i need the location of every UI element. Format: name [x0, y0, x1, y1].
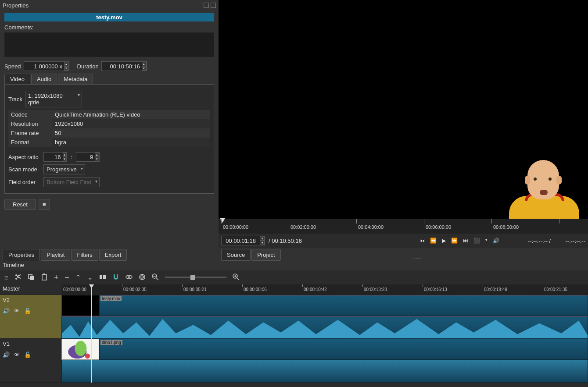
lift-icon[interactable]: ⌃: [75, 273, 81, 281]
mute-icon[interactable]: 🔊: [3, 351, 10, 358]
overwrite-icon[interactable]: ⌄: [87, 273, 93, 281]
clip-thumbnail[interactable]: [61, 339, 99, 360]
tab-filters[interactable]: Filters: [71, 249, 98, 261]
comments-label: Comments:: [4, 24, 214, 31]
snap-icon[interactable]: [112, 273, 119, 282]
svg-point-21: [85, 354, 90, 359]
copy-icon[interactable]: [28, 273, 35, 282]
scan-label: Scan mode: [8, 166, 41, 173]
tab-video[interactable]: Video: [4, 74, 30, 84]
hide-icon[interactable]: 👁: [14, 351, 20, 358]
split-icon[interactable]: [99, 273, 106, 282]
properties-panel: Properties testy.mov Comments: Speed ▴▾ …: [0, 0, 219, 261]
clip-blank[interactable]: [61, 295, 99, 316]
zoom-slider[interactable]: [165, 277, 226, 278]
close-icon[interactable]: [211, 3, 216, 8]
preview-ruler[interactable]: 00:00:00:00 00:02:00:00 00:04:00:00 00:0…: [219, 219, 588, 234]
svg-rect-3: [43, 273, 45, 275]
comments-box[interactable]: [4, 32, 214, 57]
prop-val: 50: [52, 128, 210, 138]
tab-properties[interactable]: Properties: [3, 249, 40, 261]
timeline-title: Timeline: [0, 261, 588, 270]
tab-playlist[interactable]: Playlist: [41, 249, 70, 261]
down-icon[interactable]: ▾: [142, 66, 147, 71]
lock-icon[interactable]: 🔓: [24, 308, 31, 314]
track-label: Track: [8, 96, 22, 103]
float-icon[interactable]: [204, 3, 209, 8]
zoom-fit-icon[interactable]: ⬛: [473, 238, 480, 244]
svg-rect-5: [103, 275, 106, 279]
in-point: --:--:--:--: [528, 238, 548, 244]
svg-rect-2: [42, 274, 47, 280]
prop-val: QuickTime Animation (RLE) video: [52, 110, 210, 119]
prop-key: Resolution: [8, 119, 52, 128]
video-properties-table: CodecQuickTime Animation (RLE) video Res…: [8, 110, 210, 147]
prop-val: bgra: [52, 138, 210, 147]
reset-button[interactable]: Reset: [4, 199, 36, 210]
field-combo: Bottom Field First: [43, 177, 100, 187]
down-icon[interactable]: ▾: [64, 66, 69, 71]
total-time: / 00:10:50:16: [269, 238, 302, 244]
track-v1-header[interactable]: V1 🔊 👁 🔓: [0, 339, 61, 383]
remove-icon[interactable]: −: [65, 273, 69, 282]
aspect-h-input[interactable]: ▴▾: [76, 152, 100, 162]
hamburger-button[interactable]: ≡: [39, 199, 50, 210]
preview-panel: 00:00:00:00 00:02:00:00 00:04:00:00 00:0…: [219, 0, 588, 261]
clip-waveform-v2[interactable]: [61, 316, 588, 339]
menu-icon[interactable]: ≡: [4, 274, 8, 281]
play-icon[interactable]: ▶: [442, 238, 446, 244]
drag-handle[interactable]: ⋯⋯: [412, 256, 421, 261]
track-area[interactable]: 00:00:00:00 00:00:02:35 00:00:05:21 00:0…: [61, 284, 588, 387]
cut-icon[interactable]: [14, 273, 22, 282]
append-icon[interactable]: +: [54, 273, 59, 282]
preview-content: [506, 157, 581, 219]
clip-testy[interactable]: testy.mov: [99, 295, 588, 316]
timeline-playhead[interactable]: [91, 284, 92, 383]
speed-label: Speed: [4, 63, 21, 70]
svg-point-7: [128, 276, 130, 278]
svg-rect-1: [30, 276, 34, 280]
zoom-in-icon[interactable]: [233, 273, 240, 282]
out-point: --:--:--:--: [566, 238, 585, 244]
up-icon[interactable]: ▴: [64, 62, 69, 66]
hide-icon[interactable]: 👁: [14, 308, 20, 314]
timeline-panel: Timeline ≡ + − ⌃ ⌄ Master V2 🔊 👁 🔓 V1 🔊 …: [0, 261, 588, 387]
skip-start-icon[interactable]: ⏮: [419, 238, 425, 244]
track-v2-header[interactable]: V2 🔊 👁 🔓: [0, 295, 61, 339]
rewind-icon[interactable]: ⏪: [430, 238, 437, 244]
svg-point-10: [142, 277, 143, 277]
field-label: Field order: [8, 179, 41, 185]
scan-combo[interactable]: Progressive: [43, 164, 85, 174]
track-master[interactable]: Master: [0, 284, 61, 295]
tab-export[interactable]: Export: [99, 249, 127, 261]
forward-icon[interactable]: ⏩: [451, 238, 458, 244]
tab-source[interactable]: Source: [221, 249, 251, 261]
ripple-icon[interactable]: [139, 273, 146, 282]
clip-waveform-v1[interactable]: [61, 360, 588, 383]
mute-icon[interactable]: 🔊: [3, 308, 10, 314]
up-icon[interactable]: ▴: [142, 62, 147, 66]
duration-input[interactable]: ▴▾: [101, 61, 147, 71]
prop-val: 1920x1080: [52, 119, 210, 128]
file-name-bar: testy.mov: [4, 13, 214, 21]
playhead[interactable]: [220, 218, 225, 223]
chevron-down-icon[interactable]: ▾: [485, 238, 488, 244]
timeline-ruler[interactable]: 00:00:00:00 00:00:02:35 00:00:05:21 00:0…: [61, 284, 588, 295]
clip-dino[interactable]: dino1.png: [99, 339, 588, 360]
zoom-out-icon[interactable]: [152, 273, 159, 282]
volume-icon[interactable]: 🔊: [493, 238, 499, 244]
scrub-icon[interactable]: [125, 273, 133, 282]
tab-metadata[interactable]: Metadata: [58, 74, 93, 84]
track-combo[interactable]: 1: 1920x1080 qtrle: [25, 91, 82, 107]
lock-icon[interactable]: 🔓: [24, 351, 31, 358]
speed-input[interactable]: ▴▾: [24, 61, 69, 71]
prop-key: Format: [8, 138, 52, 147]
paste-icon[interactable]: [41, 273, 48, 282]
current-time-input[interactable]: ▴▾: [221, 236, 265, 245]
tab-project[interactable]: Project: [251, 249, 280, 261]
aspect-w-input[interactable]: ▴▾: [43, 152, 67, 162]
skip-end-icon[interactable]: ⏭: [463, 238, 468, 244]
video-preview[interactable]: [219, 0, 588, 219]
tab-audio[interactable]: Audio: [31, 74, 57, 84]
duration-label: Duration: [77, 63, 99, 70]
